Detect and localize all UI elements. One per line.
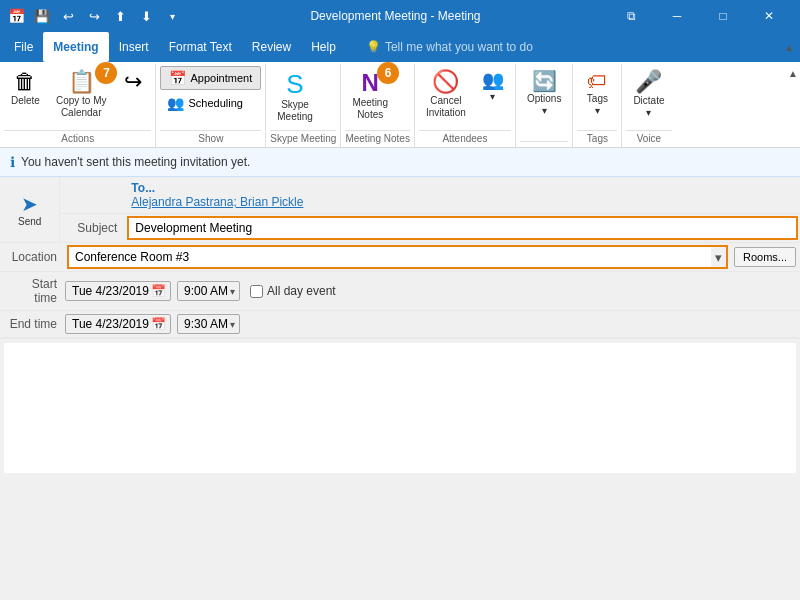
ribbon-group-voice: 🎤 Dictate▾ Voice [622, 64, 675, 147]
to-label [60, 191, 125, 199]
cancel-invitation-button[interactable]: 🚫 CancelInvitation [419, 66, 473, 124]
maximize-button[interactable]: □ [700, 0, 746, 32]
options-group-label [520, 141, 568, 147]
end-date: Tue 4/23/2019 [70, 316, 151, 332]
options-buttons: 🔄 Options▾ [520, 64, 568, 141]
badge-6: 6 [377, 62, 399, 84]
dictate-button[interactable]: 🎤 Dictate▾ [626, 66, 671, 124]
tags-buttons: 🏷 Tags▾ [577, 64, 617, 130]
redo-btn[interactable]: ↪ [83, 5, 105, 27]
start-time-dropdown-btn[interactable]: ▾ [230, 286, 235, 297]
ribbon-collapse-arrow[interactable]: ▲ [786, 68, 800, 79]
location-input[interactable] [69, 247, 711, 267]
location-dropdown-btn[interactable]: ▾ [711, 250, 726, 265]
restore-button[interactable]: ⧉ [608, 0, 654, 32]
send-label: Send [18, 216, 41, 227]
tags-label: Tags▾ [587, 93, 608, 117]
allday-label: All day event [267, 284, 336, 298]
body-textarea[interactable] [4, 343, 796, 473]
location-row: Location ▾ Rooms... [0, 243, 800, 272]
cancel-invitation-label: CancelInvitation [426, 95, 466, 119]
customize-btn[interactable]: ▾ [161, 5, 183, 27]
tags-group-label: Tags [577, 130, 617, 147]
appointment-button[interactable]: 📅 Appointment [160, 66, 261, 90]
down-btn[interactable]: ⬇ [135, 5, 157, 27]
menu-file[interactable]: File [4, 32, 43, 62]
rooms-button[interactable]: Rooms... [734, 247, 796, 267]
voice-buttons: 🎤 Dictate▾ [626, 64, 671, 130]
title-bar: 📅 💾 ↩ ↪ ⬆ ⬇ ▾ Development Meeting - Meet… [0, 0, 800, 32]
form-area: ➤ Send To... Alejandra Pastrana; Brian P… [0, 177, 800, 338]
actions-buttons: 🗑 Delete 📋 Copy to MyCalendar 7 ↪ [4, 64, 151, 130]
skype-meeting-button[interactable]: S SkypeMeeting [270, 66, 320, 128]
show-buttons: 📅 Appointment 👥 Scheduling [160, 64, 261, 130]
attendees-options-button[interactable]: 👥 ▾ [475, 66, 511, 108]
subject-field-row: Subject [60, 214, 800, 242]
skype-meeting-label: SkypeMeeting [277, 99, 313, 123]
skype-group-label: Skype Meeting [270, 130, 336, 147]
start-date-calendar-btn[interactable]: 📅 [151, 284, 166, 298]
to-row: ➤ Send To... Alejandra Pastrana; Brian P… [0, 177, 800, 243]
allday-checkbox[interactable] [250, 285, 263, 298]
forward-button[interactable]: ↪ [115, 66, 151, 100]
menu-review[interactable]: Review [242, 32, 301, 62]
to-recipients: Alejandra Pastrana; Brian Pickle [131, 195, 303, 209]
close-button[interactable]: ✕ [746, 0, 792, 32]
start-date-wrap: Tue 4/23/2019 📅 [65, 281, 171, 301]
form-fields: To... Alejandra Pastrana; Brian Pickle S… [60, 177, 800, 242]
ribbon-group-options: 🔄 Options▾ [516, 64, 573, 147]
tell-me-input[interactable] [385, 40, 545, 54]
scheduling-button[interactable]: 👥 Scheduling [160, 92, 261, 114]
quick-access-toolbar: 💾 ↩ ↪ ⬆ ⬇ ▾ [31, 5, 183, 27]
undo-btn[interactable]: ↩ [57, 5, 79, 27]
menu-help[interactable]: Help [301, 32, 346, 62]
meeting-notes-group-label: Meeting Notes [345, 130, 409, 147]
appointment-label: Appointment [190, 72, 252, 84]
appointment-icon: 📅 [169, 70, 186, 86]
save-quick-btn[interactable]: 💾 [31, 5, 53, 27]
meeting-notes-buttons: N MeetingNotes 6 [345, 64, 409, 130]
badge-7: 7 [95, 62, 117, 84]
options-icon: 🔄 [532, 71, 557, 91]
options-label: Options▾ [527, 93, 561, 117]
voice-group-label: Voice [626, 130, 671, 147]
end-time-dropdown-btn[interactable]: ▾ [230, 319, 235, 330]
subject-input-wrap [127, 216, 798, 240]
info-message: You haven't sent this meeting invitation… [21, 155, 250, 169]
ribbon-group-tags: 🏷 Tags▾ Tags [573, 64, 622, 147]
attendees-buttons: 🚫 CancelInvitation 👥 ▾ [419, 64, 511, 130]
end-date-calendar-btn[interactable]: 📅 [151, 317, 166, 331]
ribbon: 🗑 Delete 📋 Copy to MyCalendar 7 ↪ Action… [0, 62, 800, 148]
attendees-icon: 👥 [482, 71, 504, 89]
to-value: To... Alejandra Pastrana; Brian Pickle [125, 177, 800, 213]
options-button[interactable]: 🔄 Options▾ [520, 66, 568, 122]
skype-icon: S [286, 71, 303, 97]
subject-input[interactable] [129, 218, 796, 238]
up-btn[interactable]: ⬆ [109, 5, 131, 27]
copy-calendar-icon: 📋 [68, 71, 95, 93]
actions-group-label: Actions [4, 130, 151, 147]
ribbon-collapse-btn[interactable]: ▲ [782, 32, 796, 62]
info-icon: ℹ [10, 154, 15, 170]
menu-format-text[interactable]: Format Text [159, 32, 242, 62]
end-time: 9:30 AM [182, 316, 230, 332]
location-label: Location [0, 246, 65, 268]
start-time: 9:00 AM [182, 283, 230, 299]
end-time-row: End time Tue 4/23/2019 📅 9:30 AM ▾ [0, 311, 800, 338]
attendees-dropdown-label: ▾ [490, 91, 495, 103]
menu-insert[interactable]: Insert [109, 32, 159, 62]
meeting-notes-wrap: N MeetingNotes 6 [345, 66, 395, 126]
delete-button[interactable]: 🗑 Delete [4, 66, 47, 112]
to-button[interactable]: To... [131, 181, 159, 195]
start-time-label: Start time [0, 275, 65, 307]
window-controls: ⧉ ─ □ ✕ [608, 0, 792, 32]
app-icon: 📅 [8, 8, 25, 24]
minimize-button[interactable]: ─ [654, 0, 700, 32]
send-button[interactable]: ➤ Send [12, 188, 47, 231]
send-icon: ➤ [21, 192, 38, 216]
forward-icon: ↪ [124, 71, 142, 93]
to-field-row: To... Alejandra Pastrana; Brian Pickle [60, 177, 800, 214]
window-title: Development Meeting - Meeting [183, 9, 608, 23]
tags-button[interactable]: 🏷 Tags▾ [577, 66, 617, 122]
menu-meeting[interactable]: Meeting [43, 32, 108, 62]
